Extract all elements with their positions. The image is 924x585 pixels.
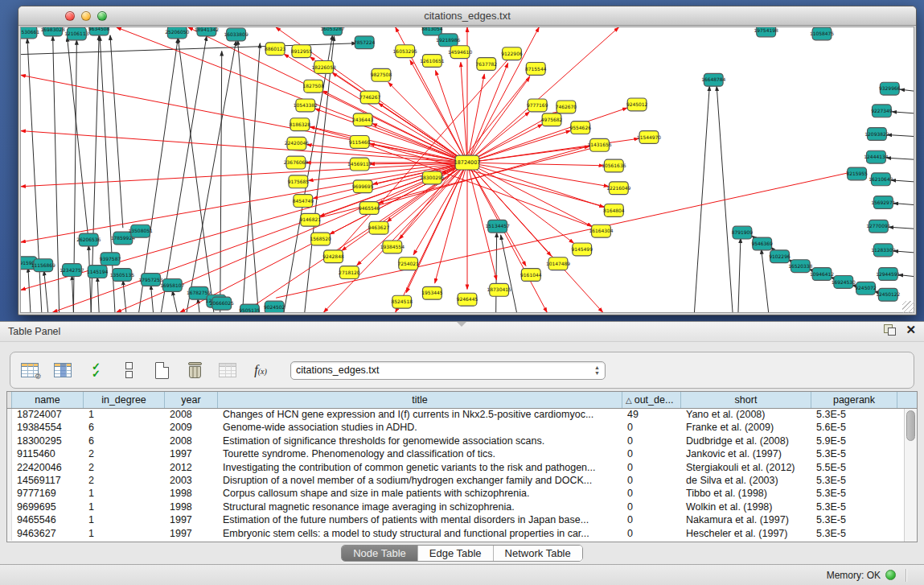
table-scrollbar-thumb[interactable] — [906, 410, 915, 441]
network-canvas[interactable]: 2053066116983028121061139634508252060501… — [20, 27, 914, 313]
graph-node[interactable]: 9024502 — [264, 301, 285, 312]
graph-node[interactable]: 13505135 — [110, 269, 134, 282]
graph-node[interactable]: 12106113 — [64, 27, 88, 40]
table-row[interactable]: 2242004622012Investigating the contribut… — [7, 462, 917, 475]
graph-node[interactable]: 12444134 — [864, 150, 888, 163]
table-row[interactable]: 1830029562008Estimation of significance … — [7, 435, 917, 448]
graph-node[interactable]: 19384554 — [380, 241, 405, 253]
graph-node[interactable]: 18724007 — [454, 155, 481, 170]
graph-node[interactable]: 20666025 — [210, 297, 234, 310]
column-header-short[interactable]: short — [681, 392, 811, 408]
graph-node[interactable]: 1953445 — [421, 286, 443, 299]
graph-node[interactable]: 12944591 — [876, 268, 900, 281]
column-header-name[interactable]: name — [12, 392, 84, 408]
table-row[interactable]: 1456911722003Disruption of a novel membe… — [7, 475, 917, 488]
network-selector-dropdown[interactable]: citations_edges.txt ▲▼ — [290, 361, 606, 380]
graph-node[interactable]: 11544970 — [637, 131, 661, 144]
tab-node-table[interactable]: Node Table — [342, 546, 418, 561]
graph-node[interactable]: 9465546 — [359, 202, 380, 215]
table-row[interactable]: 946362711997Embryonic stem cells: a mode… — [7, 528, 917, 541]
merge-rows-button[interactable] — [117, 359, 140, 381]
graph-node[interactable]: 7254021 — [397, 257, 419, 270]
graph-node[interactable]: 16924530 — [832, 276, 856, 289]
graph-node[interactable]: 18226058 — [312, 61, 336, 74]
network-window-titlebar[interactable]: citations_edges.txt — [18, 6, 916, 26]
graph-node[interactable]: 9245072 — [855, 282, 877, 295]
graph-node[interactable]: 9115460 — [349, 135, 371, 148]
graph-node[interactable]: 2718120 — [339, 266, 360, 279]
column-header-title[interactable]: title — [218, 392, 622, 408]
graph-node[interactable]: 14569117 — [347, 158, 372, 171]
graph-node[interactable]: 20530661 — [21, 27, 39, 39]
graph-node[interactable]: 12342757 — [60, 264, 84, 277]
graph-node[interactable]: 8186328 — [290, 118, 311, 131]
window-resize-grip[interactable] — [902, 301, 914, 313]
graph-node[interactable]: 16983028 — [41, 27, 65, 36]
graph-node[interactable]: 16958107 — [160, 278, 184, 291]
graph-node[interactable]: 16164304 — [589, 225, 613, 237]
graph-node[interactable]: 16033809 — [224, 28, 248, 41]
float-panel-icon[interactable] — [884, 324, 896, 336]
graph-node[interactable]: 8164804 — [603, 204, 625, 217]
graph-node[interactable]: 2436443 — [352, 113, 374, 126]
graph-node[interactable]: 9505135 — [239, 304, 261, 312]
graph-node[interactable]: 16053295 — [393, 45, 417, 58]
graph-node[interactable]: 19218986 — [436, 34, 460, 47]
graph-node[interactable]: 7857224 — [354, 36, 376, 49]
graph-node[interactable]: 9827508 — [371, 68, 392, 81]
graph-node[interactable]: 9175685 — [288, 175, 310, 188]
graph-node[interactable]: 8791909 — [732, 226, 754, 239]
graph-node[interactable]: 11058475 — [810, 27, 834, 40]
graph-node[interactable]: 12093822 — [864, 128, 889, 141]
column-header-out-de[interactable]: △out_de... — [622, 392, 681, 408]
graph-node[interactable]: 9227349 — [871, 105, 893, 117]
graph-node[interactable]: 9242848 — [322, 250, 344, 263]
delete-column-button[interactable] — [183, 359, 206, 381]
graph-node[interactable]: 14594610 — [448, 46, 472, 59]
tab-edge-table[interactable]: Edge Table — [418, 546, 494, 561]
graph-node[interactable]: 9122906 — [501, 47, 523, 60]
graph-node[interactable]: 18300295 — [420, 171, 444, 184]
graph-node[interactable]: 9546369 — [751, 237, 773, 250]
graph-node[interactable]: 11431656 — [587, 138, 611, 151]
table-row[interactable]: 977716911998Corpus callosum shape and si… — [7, 488, 917, 501]
new-column-button[interactable] — [150, 359, 173, 381]
graph-node[interactable]: 1827508 — [303, 80, 325, 93]
graph-node[interactable]: 12450122 — [876, 288, 900, 301]
graph-node[interactable]: 16210643 — [869, 173, 893, 186]
graph-node[interactable]: 18941342 — [195, 27, 219, 36]
graph-node[interactable]: 9146821 — [300, 213, 322, 226]
delete-table-button[interactable] — [216, 359, 239, 381]
graph-node[interactable]: 7462670 — [556, 101, 577, 113]
graph-node[interactable]: 1145194 — [87, 266, 109, 278]
table-scrollbar[interactable] — [904, 409, 917, 542]
graph-node[interactable]: 15134457 — [486, 220, 510, 233]
table-row[interactable]: 969969511998Structural magnetic resonanc… — [7, 501, 917, 514]
import-table-button[interactable]: ✓✓ — [84, 359, 107, 381]
graph-node[interactable]: 10147489 — [546, 257, 570, 270]
graph-node[interactable]: 4975682 — [541, 113, 563, 126]
graph-node[interactable]: 12610651 — [420, 55, 444, 68]
function-builder-button[interactable]: f(x) — [249, 359, 272, 381]
graph-node[interactable]: 8454749 — [293, 195, 314, 208]
table-settings-button[interactable]: ⚙ — [18, 359, 41, 381]
graph-node[interactable]: 7746267 — [359, 91, 381, 104]
graph-node[interactable]: 9397587 — [100, 253, 121, 266]
graph-node[interactable]: 8715544 — [525, 63, 547, 76]
graph-node[interactable]: 9777169 — [527, 99, 548, 112]
citation-network-graph[interactable]: 2053066116983028121061139634508252060501… — [21, 27, 914, 312]
splitter-handle[interactable] — [457, 322, 466, 327]
close-panel-icon[interactable]: ✕ — [906, 324, 916, 336]
column-header-pagerank[interactable]: pagerank — [811, 392, 897, 408]
graph-node[interactable]: 7637782 — [476, 58, 498, 71]
graph-node[interactable]: 23676068 — [284, 156, 308, 169]
graph-node[interactable]: 8215955 — [846, 167, 868, 180]
graph-node[interactable]: 9161044 — [520, 269, 542, 282]
table-row[interactable]: 946554611997Estimation of the future num… — [7, 514, 917, 527]
graph-node[interactable]: 26206536 — [76, 233, 101, 246]
graph-node[interactable]: 19754198 — [754, 27, 778, 37]
graph-node[interactable]: 15692971 — [871, 196, 895, 209]
graph-node[interactable]: 11283309 — [871, 244, 895, 257]
graph-node[interactable]: 25206050 — [165, 27, 189, 39]
graph-node[interactable]: 16053287 — [320, 27, 344, 35]
